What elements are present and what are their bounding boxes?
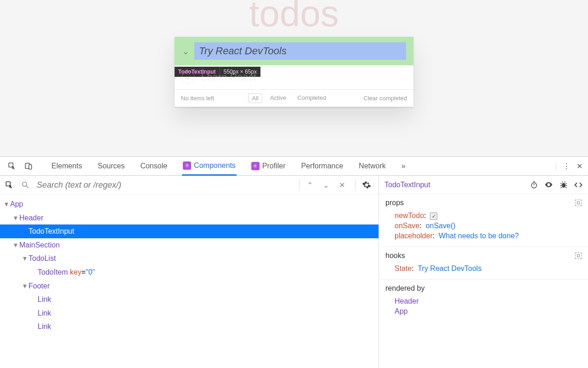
svg-rect-2 [29,165,32,169]
devtools-tabs: Elements Sources Console ⚛ Components ⚛ … [51,157,556,175]
todo-item-text: Learn React [201,71,256,83]
inspect-element-icon[interactable] [7,161,17,171]
bug-icon[interactable] [560,181,568,189]
todo-app-preview: todos ⌄ Try React DevTools TodoTextInput… [0,0,588,156]
tree-node-link[interactable]: Link [0,293,379,306]
search-input[interactable] [37,180,294,190]
tab-components[interactable]: ⚛ Components [182,157,237,176]
tree-node-footer[interactable]: ▾Footer [0,279,379,293]
source-icon[interactable] [574,181,582,189]
tab-sources[interactable]: Sources [97,157,126,175]
prop-row[interactable]: onSave: onSave() [385,221,582,231]
devtools-body: ⌃ ⌄ ✕ ▾App ▾Header TodoTextInput ▾MainSe… [0,176,588,368]
prev-match-icon[interactable]: ⌃ [304,180,316,190]
props-section: props newTodo: ✓ onSave: onSave() placeh… [379,194,588,247]
filter-completed[interactable]: Completed [294,93,329,103]
todo-text-input[interactable]: Try React DevTools [194,42,406,60]
svg-point-7 [562,183,565,188]
tree-node-app[interactable]: ▾App [0,197,379,211]
svg-line-5 [26,186,28,188]
tab-elements[interactable]: Elements [51,157,83,175]
todo-item[interactable]: ✓ Learn React [175,65,413,89]
component-tree-pane: ⌃ ⌄ ✕ ▾App ▾Header TodoTextInput ▾MainSe… [0,176,379,368]
filter-group: All Active Completed [214,93,363,103]
props-label: props [385,199,404,207]
tree-node-todotextinput[interactable]: TodoTextInput [0,224,379,238]
hooks-section: hooks State: Try React DevTools [379,247,588,280]
search-icon [18,180,32,190]
search-bar: ⌃ ⌄ ✕ [0,176,379,195]
renderedby-section: rendered by Header App [379,280,588,322]
tab-components-label: Components [194,161,236,170]
tab-profiler[interactable]: ⚛ Profiler [250,157,287,175]
svg-point-6 [531,183,537,188]
tree-node-todolist[interactable]: ▾TodoList [0,252,379,265]
tab-performance[interactable]: Performance [300,157,345,175]
highlighted-input-wrapper: ⌄ Try React DevTools [175,37,413,65]
checkbox-icon[interactable]: ✓ [430,213,437,220]
select-element-icon[interactable] [5,180,14,190]
tree-node-link[interactable]: Link [0,320,379,334]
tree-node-todoitem[interactable]: TodoItem key="0" [0,265,379,279]
app-title: todos [0,0,588,32]
copy-to-clipboard-icon[interactable] [575,200,582,206]
close-icon[interactable]: ✕ [577,162,582,171]
todo-footer: No items left All Active Completed Clear… [175,89,413,107]
component-tree: ▾App ▾Header TodoTextInput ▾MainSection … [0,195,379,336]
selected-component-name: TodoTextInput [384,181,430,189]
kebab-menu-icon[interactable]: ⋮ [563,162,570,171]
renderedby-item[interactable]: App [385,306,582,316]
react-icon: ⚛ [251,162,260,170]
chevron-down-icon[interactable]: ⌄ [182,46,190,57]
filter-all[interactable]: All [248,93,262,103]
renderedby-label: rendered by [385,284,424,293]
check-circle-icon[interactable]: ✓ [182,71,195,84]
gear-icon[interactable] [355,179,374,190]
items-left-label: No items left [181,95,214,102]
hook-row[interactable]: State: Try React DevTools [385,264,582,274]
next-match-icon[interactable]: ⌄ [320,180,332,190]
prop-row[interactable]: placeholder: What needs to be done? [385,231,582,241]
renderedby-item[interactable]: Header [385,296,582,306]
clear-search-icon[interactable]: ✕ [336,180,348,190]
devtools-tabbar: Elements Sources Console ⚛ Components ⚛ … [0,156,588,176]
tabs-overflow-icon[interactable]: » [401,157,407,175]
tab-profiler-label: Profiler [262,162,286,170]
eye-icon[interactable] [544,180,553,189]
tab-console[interactable]: Console [139,157,168,175]
filter-active[interactable]: Active [267,93,289,103]
tree-node-header[interactable]: ▾Header [0,211,379,225]
tab-network[interactable]: Network [358,157,387,175]
component-detail-pane: TodoTextInput props newTodo: ✓ [379,176,588,368]
device-toolbar-icon[interactable] [24,161,33,171]
copy-to-clipboard-icon[interactable] [575,253,582,259]
suspend-icon[interactable] [530,181,538,189]
hooks-label: hooks [385,252,405,260]
prop-row[interactable]: newTodo: ✓ [385,211,582,221]
detail-header: TodoTextInput [379,176,588,194]
react-icon: ⚛ [183,161,191,170]
svg-point-4 [23,182,27,186]
tree-node-mainsection[interactable]: ▾MainSection [0,238,379,252]
clear-completed-button[interactable]: Clear completed [363,95,407,102]
todo-card: ⌄ Try React DevTools TodoTextInput 550px… [175,37,413,107]
tree-node-link[interactable]: Link [0,306,379,320]
